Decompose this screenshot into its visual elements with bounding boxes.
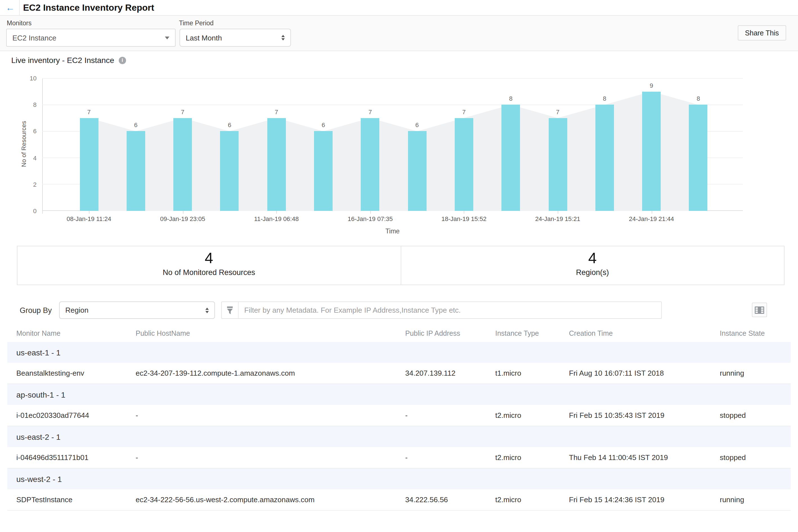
bar-value-label: 8 xyxy=(596,95,613,102)
table-cell: - xyxy=(136,447,405,468)
monitors-select[interactable]: EC2 Instance xyxy=(6,29,175,47)
stepper-icon xyxy=(281,35,285,40)
chart-bar[interactable] xyxy=(173,118,192,211)
x-axis-tick xyxy=(464,211,465,214)
x-axis-tick xyxy=(370,211,371,214)
group-label: us-east-2 - 1 xyxy=(7,426,791,447)
metadata-filter-input[interactable] xyxy=(239,302,661,318)
bar-value-label: 6 xyxy=(221,122,238,129)
inventory-table-body: us-east-1 - 1Beanstalktesting-envec2-34-… xyxy=(7,342,791,510)
toolbar: Monitors EC2 Instance Time Period Last M… xyxy=(0,16,798,51)
group-by-select-value: Region xyxy=(65,306,88,315)
group-label: us-west-2 - 1 xyxy=(7,468,791,489)
share-this-button[interactable]: Share This xyxy=(738,25,786,40)
chart-bar[interactable] xyxy=(408,131,426,211)
filter-row: Group By Region xyxy=(0,300,798,321)
chart-bar[interactable] xyxy=(455,118,473,211)
chevron-down-icon xyxy=(165,36,169,39)
y-axis-labels: 0246810 xyxy=(0,78,37,211)
chart-bar[interactable] xyxy=(689,104,708,211)
x-axis-tick xyxy=(276,211,277,214)
table-cell: 34.207.139.112 xyxy=(405,363,495,384)
table-cell: i-046496d3511171b01 xyxy=(7,447,136,468)
bar-value-label: 7 xyxy=(174,109,191,115)
table-cell: ec2-34-222-56-56.us-west-2.compute.amazo… xyxy=(136,489,405,510)
metadata-filter-box xyxy=(221,301,662,319)
table-cell: Fri Feb 15 14:24:36 IST 2019 xyxy=(569,489,720,510)
table-cell: Fri Feb 15 10:35:43 IST 2019 xyxy=(569,405,720,426)
y-axis-tick-label: 0 xyxy=(0,208,37,214)
header-divider xyxy=(19,0,20,15)
y-axis-tick-label: 8 xyxy=(0,101,37,108)
bar-value-label: 7 xyxy=(456,109,472,115)
chart-bar[interactable] xyxy=(501,104,520,211)
y-axis-tick-label: 4 xyxy=(0,154,37,161)
column-header[interactable]: Creation Time xyxy=(569,324,720,342)
table-cell: Thu Feb 14 11:00:45 IST 2019 xyxy=(569,447,720,468)
column-header[interactable]: Instance Type xyxy=(495,324,569,342)
table-header-row: Monitor NamePublic HostNamePublic IP Add… xyxy=(7,324,791,342)
summary-card-regions: 4 Region(s) xyxy=(401,246,784,285)
table-cell: stopped xyxy=(720,447,791,468)
column-header[interactable]: Instance State xyxy=(720,324,791,342)
stepper-icon xyxy=(205,307,209,313)
time-period-select[interactable]: Last Month xyxy=(180,29,291,47)
chart-bar[interactable] xyxy=(80,118,98,211)
table-cell: Beanstalktesting-env xyxy=(7,363,136,384)
chart-bar[interactable] xyxy=(314,131,333,211)
monitored-resources-label: No of Monitored Resources xyxy=(17,268,401,277)
table-row[interactable]: Beanstalktesting-envec2-34-207-139-112.c… xyxy=(7,363,791,384)
table-cell: - xyxy=(405,447,495,468)
group-by-select[interactable]: Region xyxy=(59,301,215,319)
group-label: us-east-1 - 1 xyxy=(7,342,791,363)
summary-cards: 4 No of Monitored Resources 4 Region(s) xyxy=(17,246,784,285)
monitored-resources-count: 4 xyxy=(17,250,401,267)
filter-funnel-icon[interactable] xyxy=(222,302,239,318)
page-title: EC2 Instance Inventory Report xyxy=(23,2,154,13)
chart-bar[interactable] xyxy=(642,91,661,211)
info-icon[interactable]: i xyxy=(119,57,126,64)
table-cell: stopped xyxy=(720,405,791,426)
table-cell: SDPTestInstance xyxy=(7,489,136,510)
chart-bar[interactable] xyxy=(220,131,239,211)
column-header[interactable]: Public IP Address xyxy=(405,324,495,342)
bar-value-label: 7 xyxy=(362,109,379,115)
x-axis-tick xyxy=(651,211,652,214)
chart-bar[interactable] xyxy=(361,118,379,211)
table-cell: i-01ec020330ad77644 xyxy=(7,405,136,426)
x-axis-tick-label: 08-Jan-19 11:24 xyxy=(55,215,123,222)
x-axis-tick xyxy=(89,211,90,214)
table-row[interactable]: i-01ec020330ad77644--t2.microFri Feb 15 … xyxy=(7,405,791,426)
column-header[interactable]: Public HostName xyxy=(136,324,405,342)
column-header[interactable]: Monitor Name xyxy=(7,324,136,342)
table-cell: running xyxy=(720,489,791,510)
monitors-label: Monitors xyxy=(7,20,32,26)
group-label: ap-south-1 - 1 xyxy=(7,384,791,405)
table-cell: running xyxy=(720,363,791,384)
back-arrow-icon[interactable]: ← xyxy=(6,3,15,12)
table-cell: t2.micro xyxy=(495,405,569,426)
chart-bar[interactable] xyxy=(595,104,614,211)
x-axis-tick-label: 16-Jan-19 07:35 xyxy=(336,215,404,222)
bar-value-label: 9 xyxy=(643,82,660,89)
chart-bar[interactable] xyxy=(549,118,567,211)
app-header: ← EC2 Instance Inventory Report xyxy=(0,0,798,16)
x-axis-title: Time xyxy=(42,228,743,234)
bar-value-label: 6 xyxy=(128,122,144,129)
bar-value-label: 7 xyxy=(549,109,566,115)
table-cell: t2.micro xyxy=(495,489,569,510)
chart-bar[interactable] xyxy=(267,118,285,211)
area-series xyxy=(42,78,743,211)
chart-section: Live inventory - EC2 Instance i No of Re… xyxy=(0,51,798,246)
chart-bar[interactable] xyxy=(127,131,145,211)
x-axis-tick-label: 24-Jan-19 15:21 xyxy=(524,215,592,222)
bar-value-label: 6 xyxy=(409,122,425,129)
inventory-table: Monitor NamePublic HostNamePublic IP Add… xyxy=(7,324,791,511)
time-period-select-value: Last Month xyxy=(186,34,222,42)
table-row[interactable]: i-046496d3511171b01--t2.microThu Feb 14 … xyxy=(7,447,791,468)
table-row[interactable]: SDPTestInstanceec2-34-222-56-56.us-west-… xyxy=(7,489,791,510)
column-chooser-button[interactable] xyxy=(752,303,767,317)
group-row: us-east-1 - 1 xyxy=(7,342,791,363)
y-axis-tick-label: 2 xyxy=(0,181,37,188)
page: ← EC2 Instance Inventory Report Monitors… xyxy=(0,0,798,532)
